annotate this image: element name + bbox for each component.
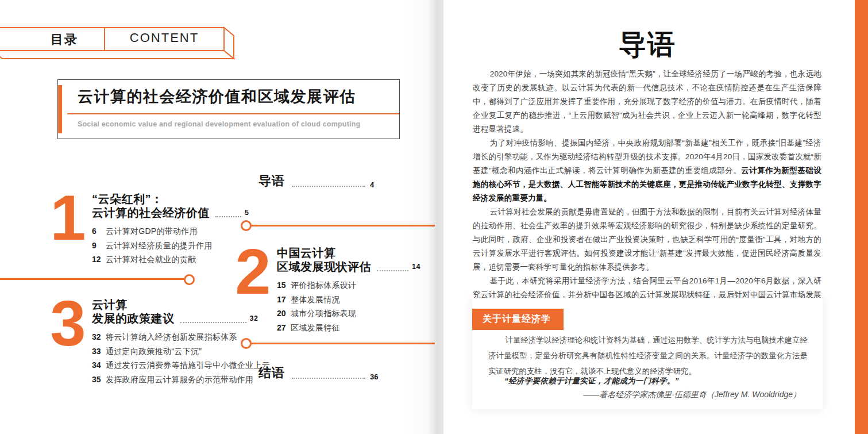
title-accent-bar [58, 85, 62, 133]
connector-circle [241, 338, 252, 349]
section-page: 32 [250, 312, 259, 325]
item-page: 27 [277, 324, 291, 332]
toc-item[interactable]: 12 云计算对社会就业的贡献 [92, 255, 249, 263]
section-page: 5 [245, 206, 249, 220]
toc-section-1[interactable]: 1 “云朵红利”： 云计算的社会经济价值 5 6 云计算对GDP的带动作用 9 … [48, 191, 249, 270]
item-label: 通过定向政策推动“云下沉” [106, 347, 202, 355]
item-page: 12 [92, 255, 106, 263]
econometrics-attribution: ——著名经济学家杰佛里·伍德里奇（Jeffrey M. Wooldridge） [583, 390, 801, 400]
connector-line [0, 278, 184, 280]
item-label: 评价指标体系设计 [291, 281, 356, 289]
intro-paragraph-2: 为了对冲疫情影响、提振国内经济，中央政府规划部署“新基建”相关工作，既承接“旧基… [473, 136, 821, 205]
item-label: 云计算对经济质量的提升作用 [106, 241, 213, 249]
item-label: 云计算对社会就业的贡献 [106, 255, 196, 263]
toc-item[interactable]: 9 云计算对经济质量的提升作用 [92, 241, 249, 249]
item-page: 32 [92, 333, 106, 341]
connector-circle [184, 274, 195, 285]
connector-circle [241, 220, 252, 231]
intro-paragraph-1: 2020年伊始，一场突如其来的新冠疫情“黑天鹅”，让全球经济经历了一场严峻的考验… [473, 67, 821, 136]
econometrics-quote: “经济学要依赖于计量实证，才能成为一门科学。” [504, 376, 679, 386]
section-title-line1: 云计算 [92, 298, 270, 312]
toc-item[interactable]: 27 区域发展特征 [277, 324, 421, 332]
econometrics-box-label: 关于计量经济学 [472, 309, 564, 330]
toc-page: 目录 CONTENT 云计算的社会经济价值和区域发展评估 Social econ… [0, 0, 434, 434]
intro-paragraph-3: 云计算对社会发展的贡献是毋庸置疑的，但囿于方法和数据的限制，目前有关云计算对经济… [473, 205, 821, 274]
section-number: 3 [48, 297, 86, 389]
item-page: 35 [92, 375, 106, 383]
leader-dots [292, 186, 365, 187]
toc-banner-zh-label: 目录 [51, 31, 102, 48]
report-title-box: 云计算的社会经济价值和区域发展评估 Social economic value … [57, 79, 400, 139]
item-label: 城市分项指标表现 [291, 309, 356, 317]
leader-dots [292, 378, 365, 379]
item-label: 通过发行云消费券等措施引导中小微企业上云 [106, 361, 270, 369]
report-title: 云计算的社会经济价值和区域发展评估 [78, 86, 356, 107]
section-number: 1 [48, 191, 86, 270]
econometrics-box: 关于计量经济学 计量经济学以经济理论和统计资料为基础，通过运用数学、统计学方法与… [472, 298, 823, 409]
item-page: 6 [92, 227, 106, 235]
toc-item[interactable]: 17 整体发展情况 [277, 295, 421, 304]
item-label: 发挥政府应用云计算服务的示范带动作用 [106, 375, 253, 383]
section-title-line1: 中国云计算 [277, 246, 421, 260]
item-label: 整体发展情况 [291, 295, 340, 304]
toc-entry-page: 4 [370, 180, 374, 189]
title-divider [67, 113, 399, 114]
intro-page: 导语 2020年伊始，一场突如其来的新冠疫情“黑天鹅”，让全球经济经历了一场严峻… [443, 0, 855, 434]
toc-section-3[interactable]: 3 云计算 发展的政策建议 32 32 将云计算纳入经济创新发展指标体系 33 … [48, 297, 270, 389]
item-page: 34 [92, 361, 106, 369]
item-page: 15 [277, 281, 291, 289]
report-subtitle: Social economic value and regional devel… [78, 120, 360, 128]
toc-item[interactable]: 34 通过发行云消费券等措施引导中小微企业上云 [92, 361, 270, 369]
section-title-line1: “云朵红利”： [92, 192, 249, 206]
econometrics-box-body: 计量经济学以经济理论和统计资料为基础，通过运用数学、统计学方法与电脑技术建立经济… [488, 332, 808, 379]
toc-item[interactable]: 6 云计算对GDP的带动作用 [92, 227, 249, 235]
item-label: 将云计算纳入经济创新发展指标体系 [106, 333, 237, 341]
toc-entry-label: 结语 [259, 364, 285, 382]
toc-item[interactable]: 15 评价指标体系设计 [277, 281, 421, 289]
toc-entry-page: 36 [370, 372, 378, 381]
toc-banner-en-label: CONTENT [113, 30, 216, 45]
item-page: 17 [277, 295, 291, 304]
toc-item[interactable]: 20 城市分项指标表现 [277, 309, 421, 317]
item-label: 区域发展特征 [291, 324, 340, 332]
item-page: 20 [277, 309, 291, 317]
section-title-line2: 区域发展现状评估 [277, 260, 371, 274]
page-edge-accent-bar [855, 0, 868, 434]
toc-entry-conclusion[interactable]: 结语 36 [259, 364, 391, 382]
toc-item[interactable]: 35 发挥政府应用云计算服务的示范带动作用 [92, 375, 270, 383]
intro-page-title: 导语 [472, 26, 823, 63]
item-page: 33 [92, 347, 106, 355]
leader-dots [215, 216, 241, 217]
item-page: 9 [92, 241, 106, 249]
section-title-line2: 云计算的社会经济价值 [92, 206, 210, 220]
leader-dots [180, 322, 246, 323]
toc-entry-intro[interactable]: 导语 4 [259, 172, 391, 190]
section-title-line2: 发展的政策建议 [92, 312, 175, 325]
item-label: 云计算对GDP的带动作用 [106, 227, 198, 235]
toc-entry-label: 导语 [259, 172, 285, 190]
